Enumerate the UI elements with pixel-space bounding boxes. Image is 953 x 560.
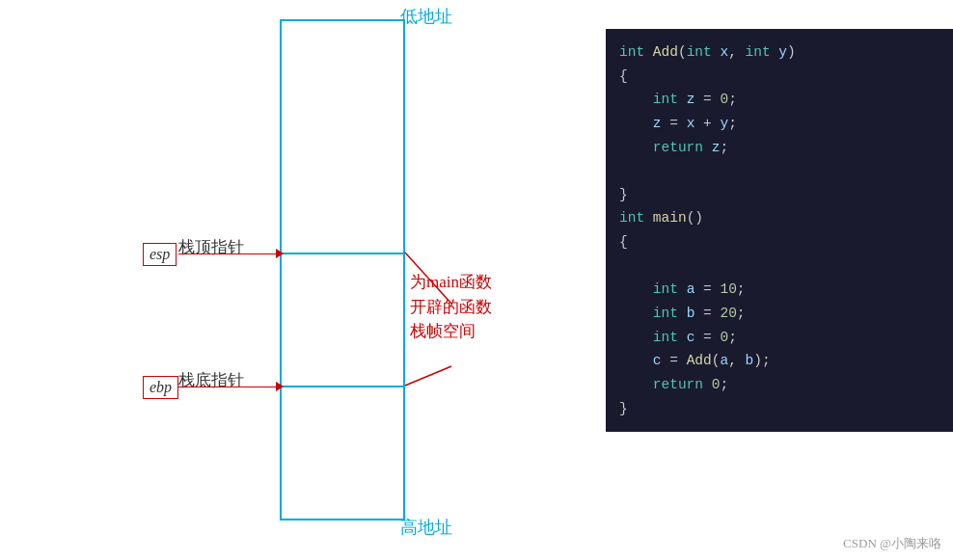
annotation-text: 为main函数 开辟的函数 栈帧空间: [410, 270, 492, 344]
code-line-15: return 0;: [619, 373, 939, 397]
code-line-9: {: [619, 230, 939, 254]
svg-line-1: [405, 366, 451, 386]
code-panel: int Add(int x, int y) { int z = 0; z = x…: [606, 29, 953, 432]
stack-rectangle: [280, 19, 405, 520]
ebp-divider-line: [280, 386, 405, 387]
code-line-11: int a = 10;: [619, 278, 939, 302]
code-line-5: return z;: [619, 136, 939, 160]
ebp-arrow-line: [178, 387, 280, 387]
esp-divider-line: [280, 253, 405, 254]
esp-arrow-head: [276, 249, 284, 258]
diagram-area: 低地址 esp 栈顶指针 ebp 栈底指针 为main函数 开辟的函数 栈帧空间…: [0, 0, 598, 560]
code-line-4: z = x + y;: [619, 112, 939, 136]
label-high-address: 高地址: [400, 516, 452, 539]
code-line-13: int c = 0;: [619, 326, 939, 350]
code-line-3: int z = 0;: [619, 88, 939, 112]
esp-arrow-line: [178, 253, 280, 254]
ebp-register-box: ebp: [143, 376, 178, 399]
esp-register-box: esp: [143, 243, 177, 266]
code-line-8: int main(): [619, 206, 939, 230]
code-line-2: {: [619, 65, 939, 89]
code-line-6: [619, 159, 939, 183]
ebp-label-text: 栈底指针: [178, 369, 244, 391]
code-line-12: int b = 20;: [619, 302, 939, 326]
code-line-16: }: [619, 397, 939, 421]
label-low-address: 低地址: [400, 5, 452, 28]
code-line-10: [619, 254, 939, 279]
esp-label-text: 栈顶指针: [178, 236, 244, 258]
ebp-arrow-head: [276, 382, 284, 391]
code-line-14: c = Add(a, b);: [619, 349, 939, 373]
code-line-1: int Add(int x, int y): [619, 40, 939, 65]
code-line-7: }: [619, 183, 939, 207]
footer-credit: CSDN @小陶来咯: [843, 535, 941, 552]
